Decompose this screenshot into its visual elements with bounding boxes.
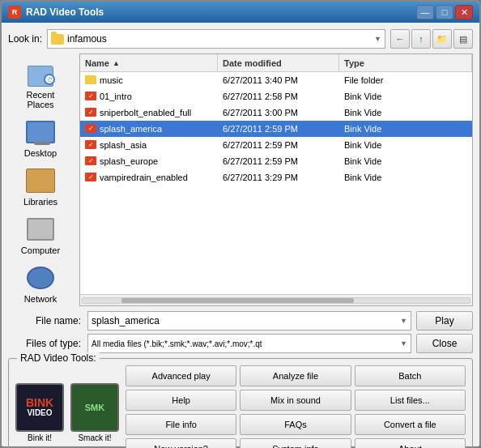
file-name-row: File name: splash_america ▼ Play bbox=[8, 311, 473, 331]
sidebar-label-desktop: Desktop bbox=[24, 148, 57, 158]
sidebar-label-recent-places: Recent Places bbox=[14, 90, 67, 109]
nav-back-button[interactable]: ← bbox=[390, 29, 410, 49]
look-in-select[interactable]: infamous ▼ bbox=[47, 29, 385, 49]
scrollbar-track bbox=[82, 297, 470, 304]
col-header-date[interactable]: Date modified bbox=[218, 54, 339, 71]
smacker-logo-wrapper: SMK Smack it! bbox=[70, 383, 119, 442]
title-controls: — □ ✕ bbox=[416, 5, 473, 19]
table-row[interactable]: ✓splash_europe6/27/2011 2:59 PMBink Vide bbox=[80, 153, 472, 169]
bink-logo-text: BINK bbox=[26, 397, 53, 408]
file-list-container: Name ▲ Date modified Type music6/27/2011… bbox=[79, 53, 473, 306]
bink-file-icon: ✓ bbox=[85, 156, 96, 165]
table-row[interactable]: ✓sniperbolt_enabled_full6/27/2011 3:00 P… bbox=[80, 105, 472, 121]
file-name-text: splash_europe bbox=[100, 156, 158, 166]
sidebar-item-libraries[interactable]: Libraries bbox=[11, 164, 70, 209]
close-button-form[interactable]: Close bbox=[416, 334, 473, 353]
look-in-inner: infamous bbox=[51, 33, 107, 45]
file-date-text: 6/27/2011 3:40 PM bbox=[218, 74, 339, 87]
libraries-icon bbox=[24, 166, 57, 195]
files-of-type-select[interactable]: All media files (*.bik;*.smk;*.wav;*.avi… bbox=[87, 334, 411, 353]
files-of-type-input-wrapper: All media files (*.bik;*.smk;*.wav;*.avi… bbox=[87, 334, 473, 353]
file-date-text: 6/27/2011 2:59 PM bbox=[218, 139, 339, 151]
nav-buttons: ← ↑ 📁 ▤ bbox=[390, 29, 473, 49]
minimize-button[interactable]: — bbox=[416, 5, 434, 19]
main-window: R RAD Video Tools — □ ✕ Look in: infamou… bbox=[0, 0, 481, 448]
bink-file-icon: ✓ bbox=[85, 92, 96, 100]
file-type-text: Bink Vide bbox=[339, 106, 472, 119]
table-row[interactable]: ✓vampiredrain_enabled6/27/2011 3:29 PMBi… bbox=[80, 169, 472, 186]
tools-button-grid: Advanced playAnalyze fileBatchHelpMix in… bbox=[126, 365, 466, 448]
sidebar-item-network[interactable]: Network bbox=[11, 261, 70, 306]
table-row[interactable]: ✓splash_america6/27/2011 2:59 PMBink Vid… bbox=[80, 121, 472, 137]
faqs-button[interactable]: FAQs bbox=[240, 414, 351, 435]
window-title: RAD Video Tools bbox=[26, 6, 104, 18]
files-of-type-dropdown-icon: ▼ bbox=[400, 339, 407, 348]
table-row[interactable]: music6/27/2011 3:40 PMFile folder bbox=[80, 72, 472, 88]
file-name-input[interactable]: splash_america ▼ bbox=[87, 311, 411, 331]
smacker-logo[interactable]: SMK bbox=[70, 383, 119, 432]
analyze-file-button[interactable]: Analyze file bbox=[240, 365, 351, 386]
about-button[interactable]: About bbox=[355, 438, 466, 448]
recent-places-icon: ⏱ bbox=[24, 59, 57, 88]
tools-content: BINK VIDEO Bink it! SMK Smack it! Advanc… bbox=[15, 365, 466, 448]
table-row[interactable]: ✓01_intro6/27/2011 2:58 PMBink Vide bbox=[80, 88, 472, 105]
file-name-text: splash_asia bbox=[100, 140, 147, 150]
file-date-text: 6/27/2011 2:59 PM bbox=[218, 155, 339, 168]
file-date-text: 6/27/2011 3:00 PM bbox=[218, 106, 339, 119]
table-row[interactable]: ✓splash_asia6/27/2011 2:59 PMBink Vide bbox=[80, 137, 472, 153]
nav-new-folder-button[interactable]: 📁 bbox=[432, 29, 452, 49]
sidebar-item-computer[interactable]: Computer bbox=[11, 212, 70, 258]
list-files-button[interactable]: List files... bbox=[355, 390, 466, 411]
sort-arrow-icon: ▲ bbox=[113, 59, 120, 67]
files-of-type-row: Files of type: All media files (*.bik;*.… bbox=[8, 334, 473, 353]
title-bar: R RAD Video Tools — □ ✕ bbox=[2, 2, 479, 23]
bink-file-icon: ✓ bbox=[85, 124, 96, 133]
horizontal-scrollbar[interactable] bbox=[80, 294, 472, 305]
folder-name: infamous bbox=[67, 33, 107, 45]
files-of-type-label: Files of type: bbox=[8, 338, 81, 349]
convert-a-file-button[interactable]: Convert a file bbox=[355, 414, 466, 435]
folder-icon bbox=[85, 75, 96, 84]
bink-file-icon: ✓ bbox=[85, 173, 96, 181]
main-area: ⏱ Recent Places Desktop Libraries bbox=[8, 53, 473, 306]
nav-up-button[interactable]: ↑ bbox=[411, 29, 431, 49]
file-list-header: Name ▲ Date modified Type bbox=[80, 54, 472, 72]
nav-view-button[interactable]: ▤ bbox=[453, 29, 473, 49]
maximize-button[interactable]: □ bbox=[436, 5, 453, 19]
bink-logo-wrapper: BINK VIDEO Bink it! bbox=[15, 383, 64, 442]
file-type-text: Bink Vide bbox=[339, 171, 472, 184]
advanced-play-button[interactable]: Advanced play bbox=[126, 365, 236, 386]
sidebar-item-recent-places[interactable]: ⏱ Recent Places bbox=[11, 57, 70, 112]
col-header-name[interactable]: Name ▲ bbox=[80, 54, 218, 71]
computer-icon bbox=[24, 215, 57, 244]
file-type-text: File folder bbox=[339, 74, 472, 87]
bink-logo[interactable]: BINK VIDEO bbox=[15, 383, 64, 432]
file-type-text: Bink Vide bbox=[339, 155, 472, 168]
file-name-text: vampiredrain_enabled bbox=[100, 173, 188, 182]
help-button[interactable]: Help bbox=[126, 390, 236, 411]
files-of-type-value: All media files (*.bik;*.smk;*.wav;*.avi… bbox=[92, 339, 400, 348]
file-info-button[interactable]: File info bbox=[126, 414, 236, 435]
mix-in-sound-button[interactable]: Mix in sound bbox=[240, 390, 351, 411]
folder-icon bbox=[51, 34, 64, 45]
system-info-button[interactable]: System info bbox=[240, 438, 351, 448]
app-icon: R bbox=[8, 6, 21, 19]
sidebar-item-desktop[interactable]: Desktop bbox=[11, 115, 70, 160]
title-bar-left: R RAD Video Tools bbox=[8, 6, 104, 19]
content-area: Look in: infamous ▼ ← ↑ 📁 ▤ bbox=[2, 23, 479, 448]
col-header-type[interactable]: Type bbox=[339, 54, 472, 71]
close-button[interactable]: ✕ bbox=[455, 5, 473, 19]
batch-button[interactable]: Batch bbox=[355, 365, 466, 386]
file-date-text: 6/27/2011 2:58 PM bbox=[218, 90, 339, 103]
look-in-label: Look in: bbox=[8, 33, 42, 45]
file-type-text: Bink Vide bbox=[339, 90, 472, 103]
sidebar-label-libraries: Libraries bbox=[23, 197, 57, 207]
file-name-label: File name: bbox=[8, 315, 81, 326]
bink-file-icon: ✓ bbox=[85, 108, 96, 117]
play-button[interactable]: Play bbox=[416, 311, 473, 331]
file-type-text: Bink Vide bbox=[339, 122, 472, 135]
new-version-button[interactable]: New version? bbox=[126, 438, 236, 448]
sidebar-label-computer: Computer bbox=[21, 245, 60, 255]
file-type-text: Bink Vide bbox=[339, 139, 472, 151]
smacker-logo-text: SMK bbox=[85, 403, 104, 412]
